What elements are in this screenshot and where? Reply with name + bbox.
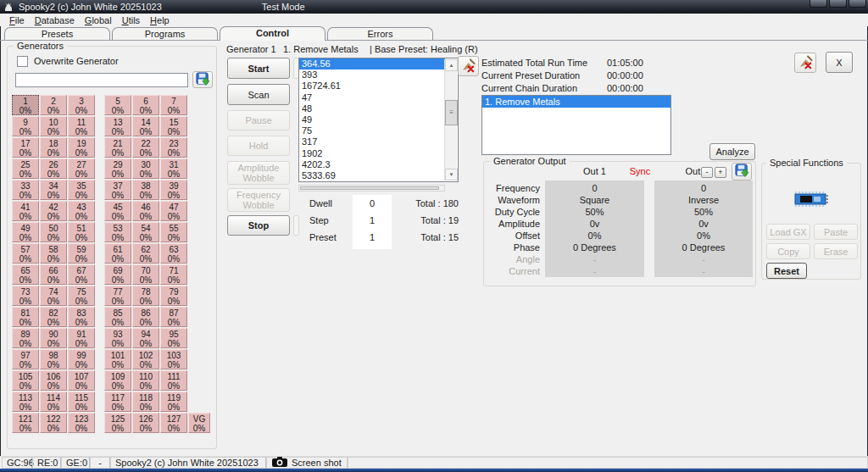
generator-cell-65[interactable]: 650% (12, 264, 39, 285)
analyze-button[interactable]: Analyze (709, 143, 755, 160)
generator-name-input[interactable] (15, 73, 188, 87)
frequency-item[interactable]: 1902 (299, 148, 445, 159)
generator-cell-91[interactable]: 910% (68, 328, 95, 348)
generator-cell-119[interactable]: 1190% (160, 391, 187, 412)
generator-cell-94[interactable]: 940% (132, 328, 159, 348)
output-plus-button[interactable]: + (715, 167, 726, 178)
generator-cell-34[interactable]: 340% (40, 180, 67, 200)
generator-cell-126[interactable]: 1260% (132, 413, 159, 433)
generator-cell-14[interactable]: 140% (132, 116, 159, 136)
generator-cell-22[interactable]: 220% (132, 137, 159, 158)
generator-cell-63[interactable]: 630% (160, 243, 187, 264)
tab-programs[interactable]: Programs (112, 27, 218, 40)
generator-cell-35[interactable]: 350% (68, 180, 95, 200)
hold-button[interactable]: Hold (227, 136, 290, 156)
generator-cell-62[interactable]: 620% (132, 243, 159, 264)
generator-cell-1[interactable]: 10% (12, 95, 39, 115)
generator-cell-39[interactable]: 390% (160, 180, 187, 200)
stop-button[interactable]: Stop (227, 215, 290, 236)
save-output-button[interactable] (732, 163, 752, 180)
scan-button[interactable]: Scan (227, 84, 290, 105)
generator-cell-55[interactable]: 550% (160, 222, 187, 242)
generator-cell-110[interactable]: 1100% (132, 370, 159, 391)
frequency-item[interactable]: 47 (299, 92, 445, 103)
menu-item-utils[interactable]: Utils (117, 15, 145, 25)
generator-cell-70[interactable]: 700% (132, 264, 159, 285)
generator-cell-121[interactable]: 1210% (12, 413, 39, 433)
hscrollbar-thumb[interactable] (300, 186, 439, 190)
frequency-item[interactable]: 49 (299, 114, 445, 125)
generator-cell-30[interactable]: 300% (132, 158, 159, 179)
generator-cell-107[interactable]: 1070% (68, 370, 95, 391)
menu-item-help[interactable]: Help (145, 15, 175, 25)
save-generator-button[interactable] (192, 71, 213, 88)
generator-cell-102[interactable]: 1020% (132, 349, 159, 369)
generator-cell-27[interactable]: 270% (68, 158, 95, 179)
generator-cell-38[interactable]: 380% (132, 180, 159, 200)
generator-cell-15[interactable]: 150% (160, 116, 187, 136)
frequency-item[interactable]: 4202.3 (299, 159, 445, 170)
generator-cell-13[interactable]: 130% (104, 116, 131, 136)
generator-cell-87[interactable]: 870% (160, 307, 187, 327)
generator-cell-46[interactable]: 460% (132, 201, 159, 221)
generator-cell-49[interactable]: 490% (12, 222, 39, 242)
pause-button[interactable]: Pause (227, 110, 290, 130)
generator-cell-113[interactable]: 1130% (12, 391, 39, 412)
generator-cell-25[interactable]: 250% (12, 158, 39, 179)
paste-button[interactable]: Paste (814, 224, 858, 240)
output-minus-button[interactable]: - (701, 167, 713, 178)
frequency-wobble-button[interactable]: Frequency Wobble (227, 188, 290, 212)
generator-cell-89[interactable]: 890% (12, 328, 39, 348)
generator-cell-19[interactable]: 190% (68, 137, 95, 158)
chain-item[interactable]: 1. Remove Metals (482, 96, 670, 108)
frequency-item[interactable]: 48 (299, 103, 445, 114)
generator-cell-115[interactable]: 1150% (68, 391, 95, 412)
chain-listbox[interactable]: 1. Remove Metals (481, 95, 671, 155)
maximize-button[interactable] (829, 0, 847, 8)
generator-cell-51[interactable]: 510% (68, 222, 95, 242)
generator-cell-17[interactable]: 170% (12, 137, 39, 158)
generator-cell-81[interactable]: 810% (12, 307, 39, 327)
generator-cell-83[interactable]: 830% (68, 307, 95, 327)
generator-cell-67[interactable]: 670% (68, 264, 95, 285)
scroll-down-icon[interactable]: ▼ (445, 169, 458, 180)
generator-cell-111[interactable]: 1110% (160, 370, 187, 391)
generator-cell-93[interactable]: 930% (104, 328, 131, 348)
generator-cell-23[interactable]: 230% (160, 137, 187, 158)
frequency-scrollbar[interactable]: ▲ ≡ ▼ (444, 59, 457, 180)
generator-cell-98[interactable]: 980% (40, 349, 67, 369)
frequency-item[interactable]: 364.56 (299, 58, 445, 69)
generator-cell-97[interactable]: 970% (12, 349, 39, 369)
generator-cell-42[interactable]: 420% (40, 201, 67, 221)
frequency-item[interactable]: 393 (299, 69, 445, 81)
generator-cell-85[interactable]: 850% (104, 307, 131, 327)
minimize-button[interactable] (810, 0, 827, 8)
generator-cell-2[interactable]: 20% (40, 95, 67, 115)
generator-cell-53[interactable]: 530% (104, 222, 131, 242)
generator-cell-99[interactable]: 990% (68, 349, 95, 369)
menu-item-database[interactable]: Database (30, 15, 80, 25)
menu-item-file[interactable]: File (4, 15, 30, 25)
menu-item-global[interactable]: Global (80, 15, 117, 25)
generator-cell-47[interactable]: 470% (160, 201, 187, 221)
clear-frequencies-button[interactable] (458, 56, 479, 76)
generator-cell-75[interactable]: 750% (68, 286, 95, 306)
close-window-button[interactable] (849, 0, 866, 8)
generator-cell-vg[interactable]: VG0% (188, 413, 210, 433)
generator-cell-77[interactable]: 770% (104, 286, 131, 306)
generator-cell-79[interactable]: 790% (160, 286, 187, 306)
reset-button[interactable]: Reset (766, 263, 807, 279)
scroll-up-icon[interactable]: ▲ (445, 59, 458, 71)
generator-cell-41[interactable]: 410% (12, 201, 39, 221)
generator-cell-122[interactable]: 1220% (40, 413, 67, 433)
generator-cell-50[interactable]: 500% (40, 222, 67, 242)
generator-cell-57[interactable]: 570% (12, 243, 39, 264)
generator-cell-118[interactable]: 1180% (132, 391, 159, 412)
frequency-item[interactable]: 317 (299, 136, 445, 147)
generator-cell-74[interactable]: 740% (40, 286, 67, 306)
generator-cell-117[interactable]: 1170% (104, 391, 131, 412)
generator-cell-105[interactable]: 1050% (12, 370, 39, 391)
generator-cell-11[interactable]: 110% (68, 116, 95, 136)
generator-cell-43[interactable]: 430% (68, 201, 95, 221)
generator-cell-66[interactable]: 660% (40, 264, 67, 285)
